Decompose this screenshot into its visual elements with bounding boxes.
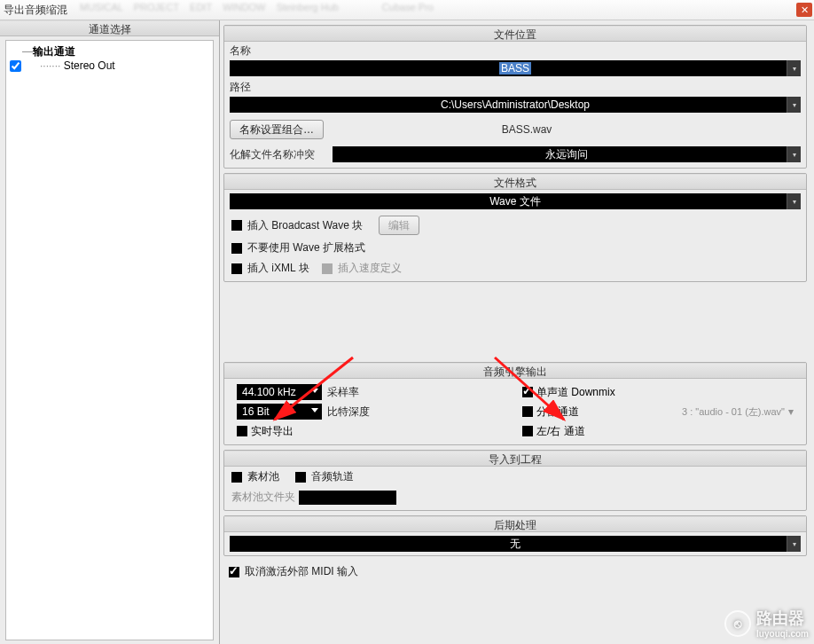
post-group: 后期处理 无 ▾ bbox=[223, 515, 807, 556]
tree-row-output[interactable]: ― 输出通道 bbox=[6, 44, 213, 59]
edit-button[interactable]: 编辑 bbox=[379, 216, 419, 235]
channel-selection-heading: 通道选择 bbox=[0, 20, 219, 36]
path-dropdown-icon[interactable]: ▾ bbox=[787, 97, 801, 113]
channel-tree[interactable]: ― 输出通道 ······· Stereo Out bbox=[5, 40, 214, 640]
audio-track-checkbox[interactable] bbox=[295, 472, 306, 483]
tree-row-stereo-out[interactable]: ······· Stereo Out bbox=[6, 59, 213, 73]
pool-checkbox[interactable] bbox=[231, 472, 242, 483]
path-label: 路径 bbox=[230, 80, 251, 95]
realtime-label: 实时导出 bbox=[251, 424, 294, 439]
import-group: 导入到工程 素材池 音频轨道 素材池文件夹 bbox=[223, 450, 807, 511]
chevron-down-icon bbox=[311, 408, 318, 412]
post-select[interactable]: 无 ▾ bbox=[230, 536, 801, 552]
ixml-label: 插入 iXML 块 bbox=[247, 261, 309, 276]
pool-folder-field[interactable] bbox=[299, 491, 396, 505]
filename-display: BASS.wav bbox=[324, 123, 730, 136]
chevron-down-icon bbox=[311, 389, 318, 393]
broadcast-wave-checkbox[interactable] bbox=[231, 220, 242, 231]
lr-channels-checkbox[interactable] bbox=[522, 426, 533, 436]
window-title-bar: 导出音频缩混 MUSICAL PROJECT EDIT WINDOW Stein… bbox=[0, 0, 814, 20]
import-heading: 导入到工程 bbox=[224, 451, 806, 467]
conflict-label: 化解文件名称冲突 bbox=[230, 147, 327, 162]
engine-output-group: 音频引擎输出 44.100 kHz 采样率 16 Bit bbox=[223, 362, 807, 445]
format-select[interactable]: Wave 文件 ▾ bbox=[230, 193, 801, 209]
name-field[interactable]: BASS ▾ bbox=[230, 60, 801, 76]
engine-heading: 音频引擎输出 bbox=[224, 363, 806, 379]
row-deactivate-midi: 取消激活外部 MIDI 输入 bbox=[220, 561, 810, 583]
conflict-select[interactable]: 永远询问 ▾ bbox=[333, 146, 801, 162]
tempo-label: 插入速度定义 bbox=[338, 261, 402, 276]
no-wave-ext-label: 不要使用 Wave 扩展格式 bbox=[247, 240, 365, 255]
file-location-group: 文件位置 名称 BASS ▾ 路径 C:\Users\Administrator… bbox=[223, 25, 807, 169]
deactivate-midi-checkbox[interactable] bbox=[229, 567, 239, 577]
file-format-group: 文件格式 Wave 文件 ▾ 插入 Broadcast Wave 块 编辑 不要… bbox=[223, 173, 807, 282]
lr-channels-label: 左/右 通道 bbox=[536, 424, 585, 439]
name-value: BASS bbox=[499, 62, 531, 75]
chevron-down-icon[interactable]: ▾ bbox=[788, 405, 794, 418]
path-value: C:\Users\Administrator\Desktop bbox=[441, 98, 590, 111]
post-heading: 后期处理 bbox=[224, 516, 806, 532]
deactivate-midi-label: 取消激活外部 MIDI 输入 bbox=[245, 564, 358, 579]
sample-rate-label: 采样率 bbox=[327, 385, 359, 400]
file-location-heading: 文件位置 bbox=[224, 26, 806, 42]
post-value: 无 bbox=[510, 537, 520, 552]
pool-folder-label: 素材池文件夹 bbox=[231, 490, 295, 505]
pool-label: 素材池 bbox=[247, 469, 279, 484]
post-dropdown-icon[interactable]: ▾ bbox=[787, 536, 801, 552]
bit-depth-label: 比特深度 bbox=[327, 404, 370, 420]
sample-rate-select[interactable]: 44.100 kHz bbox=[237, 384, 322, 400]
watermark-brand: 路由器 bbox=[756, 609, 804, 627]
window-title: 导出音频缩混 bbox=[4, 3, 67, 18]
name-dropdown-icon[interactable]: ▾ bbox=[787, 60, 801, 76]
mono-downmix-checkbox[interactable] bbox=[522, 387, 533, 397]
row-no-wave-ext: 不要使用 Wave 扩展格式 bbox=[224, 238, 806, 258]
name-label: 名称 bbox=[230, 43, 251, 59]
stereo-out-checkbox[interactable] bbox=[10, 60, 21, 72]
no-wave-ext-checkbox[interactable] bbox=[231, 243, 242, 254]
file-format-heading: 文件格式 bbox=[224, 174, 806, 190]
conflict-value: 永远询问 bbox=[545, 147, 588, 162]
close-icon[interactable]: ✕ bbox=[796, 3, 812, 17]
bit-depth-value: 16 Bit bbox=[242, 405, 270, 418]
output-channel-label: 输出通道 bbox=[33, 44, 75, 59]
stereo-out-label: Stereo Out bbox=[64, 59, 115, 72]
sample-rate-value: 44.100 kHz bbox=[242, 386, 296, 398]
mono-downmix-label: 单声道 Downmix bbox=[536, 385, 615, 400]
router-icon: ⎋ bbox=[724, 610, 751, 637]
settings-panel: 文件位置 名称 BASS ▾ 路径 C:\Users\Administrator… bbox=[220, 20, 814, 644]
conflict-dropdown-icon[interactable]: ▾ bbox=[787, 146, 801, 162]
tempo-checkbox bbox=[322, 263, 333, 274]
split-channels-checkbox[interactable] bbox=[522, 406, 533, 417]
split-filename-display: 3 : "audio - 01 (左).wav" bbox=[682, 405, 785, 419]
audio-track-label: 音频轨道 bbox=[311, 469, 354, 484]
path-field[interactable]: C:\Users\Administrator\Desktop ▾ bbox=[230, 97, 801, 113]
watermark-url: luyouqi.com bbox=[756, 629, 809, 639]
broadcast-wave-label: 插入 Broadcast Wave 块 bbox=[247, 218, 363, 233]
channel-selection-panel: 通道选择 ― 输出通道 ······· Stereo Out bbox=[0, 20, 220, 644]
watermark: ⎋ 路由器 luyouqi.com bbox=[724, 608, 809, 639]
row-broadcast-wave: 插入 Broadcast Wave 块 编辑 bbox=[224, 213, 806, 238]
format-value: Wave 文件 bbox=[489, 194, 541, 209]
split-channels-label: 分割通道 bbox=[536, 404, 579, 420]
row-ixml: 插入 iXML 块 插入速度定义 bbox=[224, 258, 806, 281]
name-combo-button[interactable]: 名称设置组合… bbox=[230, 120, 324, 139]
format-dropdown-icon[interactable]: ▾ bbox=[787, 193, 801, 209]
bit-depth-select[interactable]: 16 Bit bbox=[237, 404, 322, 420]
ixml-checkbox[interactable] bbox=[231, 263, 242, 274]
background-window-text: MUSICAL PROJECT EDIT WINDOW Steinberg Hu… bbox=[80, 2, 694, 18]
realtime-checkbox[interactable] bbox=[237, 426, 247, 436]
